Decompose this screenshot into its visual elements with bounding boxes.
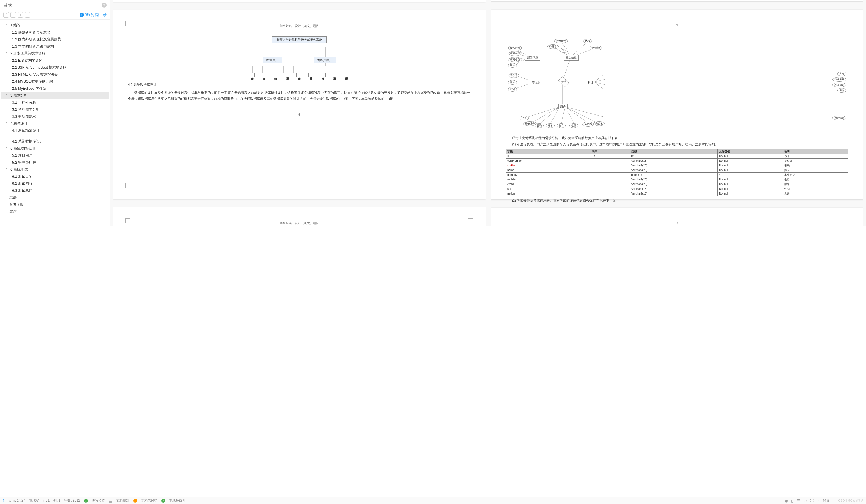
toc-item[interactable]: 2.2 JSP 及 SpringBoot 技术的介绍 (1, 64, 109, 71)
svg-line-24 (571, 41, 589, 57)
toc-item[interactable]: ˅4 总体设计 (1, 120, 109, 127)
dia-leaf: 管理员信息维护 (308, 73, 314, 77)
dia-leaf: 考场信息查询 (273, 73, 278, 77)
sidebar-header: 目录 × (0, 0, 110, 10)
toc-item[interactable]: 2.1 B/S 结构的介绍 (1, 57, 109, 64)
table-row: emailVarchar2(20)Not null邮箱 (506, 182, 848, 187)
dia-root: 新疆大学计算机等级考试报名系统 (272, 36, 327, 43)
toc-item[interactable]: 3.2 功能需求分析 (1, 106, 109, 113)
toc-item[interactable]: 6.1 测试目的 (1, 173, 109, 180)
toc-item[interactable]: 结语 (1, 194, 109, 201)
document-viewport[interactable]: 学生姓名 设计（论文）题目 新疆大学计算机等级考试报名系统 考生用户 管理员用户 (110, 0, 866, 226)
page-number-top: 9 (506, 23, 848, 27)
toc-item[interactable]: 1.2 国内外研究现状及发展趋势 (1, 36, 109, 43)
toc-item[interactable]: ˅2 开发工具及技术介绍 (1, 50, 109, 57)
chevron-down-icon: ˅ (6, 93, 9, 98)
dia-leaf: 个人信息管理 (285, 73, 290, 77)
svg-line-44 (565, 107, 598, 123)
toc-item[interactable]: 1.3 本文的研究思路与结构 (1, 43, 109, 50)
table-row: IDPKintNot null序号 (506, 154, 848, 158)
toc-item-label: 2.1 B/S 结构的介绍 (12, 58, 43, 63)
body-text: (1) 考生信息表。用户注册之后的个人信息会存储在此表中。这个表中的用户ID应设… (506, 142, 848, 147)
db-schema-table: 字段约束类型允许空值说明IDPKintNot null序号cardNumberV… (506, 149, 848, 196)
ai-toc-link[interactable]: ✦ 智能识别目录 (79, 12, 107, 17)
toc-item[interactable]: 6.2 测试内容 (1, 180, 109, 187)
toc-item[interactable]: 4.1 总体功能设计 (1, 127, 109, 134)
toc-item[interactable]: 5.2 管理员用户 (1, 159, 109, 166)
toc-item-label: 3.2 功能需求分析 (12, 107, 40, 111)
table-row: nationVarchar2(15)Not null名族 (506, 191, 848, 196)
toc-item[interactable]: 3.3 非功能需求 (1, 113, 109, 120)
toc-item[interactable]: 4.2 系统数据库设计 (1, 138, 109, 145)
body-text: (2) 考试分类及考试信息表。每次考试的详细信息都会保存在此表中，设 (506, 198, 848, 204)
toc-item-label: 2.5 MyEclipse 的介绍 (12, 86, 46, 90)
expand-up-button[interactable]: ˄ (10, 12, 16, 18)
body-text: 数据库的设计在整个系统的开发过程中是非常重要的，而且一定要在开始编程之前就对数据… (128, 90, 470, 102)
svg-line-43 (565, 107, 589, 123)
toc-item[interactable]: ˅5 系统功能实现 (1, 145, 109, 152)
toc-item-label: 参考文献 (9, 202, 24, 206)
collapse-all-button[interactable]: ˅ (3, 12, 9, 18)
page-number: 8 (128, 113, 470, 116)
table-header: 类型 (630, 149, 718, 154)
dia-connector-top (247, 43, 352, 57)
remove-button[interactable]: − (25, 12, 30, 18)
table-header: 说明 (783, 149, 848, 154)
dia-leaf: 考试信息查询 (249, 73, 255, 77)
chevron-down-icon: ˅ (6, 168, 9, 172)
dia-sub1: 考生用户 (263, 57, 282, 63)
toc-item-label: 2 开发工具及技术介绍 (10, 51, 46, 55)
chevron-down-icon: ˅ (6, 147, 9, 151)
toc-item[interactable]: 5.1 注册用户 (1, 152, 109, 159)
toc-item[interactable]: 3.1 可行性分析 (1, 99, 109, 106)
toc-item-label: 结语 (9, 195, 16, 200)
table-row: nameVarchar2(20)Not null姓名 (506, 168, 848, 172)
table-row: birthdaydatetime√出生日期 (506, 172, 848, 177)
toc-item-label: 2.3 HTML 及 Vue 技术的介绍 (12, 72, 58, 77)
toc-list: ˅1 绪论1.1 课题研究背景及意义1.2 国内外研究现状及发展趋势1.3 本文… (0, 20, 110, 226)
er-entity-course: 科目 (586, 80, 595, 85)
dia-connector-mid (247, 63, 352, 73)
toc-sidebar: 目录 × ˅ ˄ + − ✦ 智能识别目录 ˅1 绪论1.1 课题研究背景及意义… (0, 0, 110, 226)
toc-item-label: 4.2 系统数据库设计 (12, 139, 43, 143)
page-10: 学生姓名 设计（论文）题目 置两张表的目的是可以使用分类表管理考试的分类，使用考… (113, 208, 486, 226)
er-lines (506, 35, 848, 130)
toc-item-label: 6.1 测试目的 (12, 175, 33, 179)
chevron-down-icon: ˅ (6, 122, 9, 126)
toc-item[interactable]: 1.1 课题研究背景及意义 (1, 29, 109, 36)
toc-item-label: 4 总体设计 (10, 121, 28, 125)
toc-item-label: 6.2 测试内容 (12, 181, 33, 186)
toc-item[interactable]: 2.4 MYSQL 数据库的介绍 (1, 78, 109, 85)
toc-item[interactable]: 致谢 (1, 208, 109, 215)
sidebar-toolbar: ˅ ˄ + − ✦ 智能识别目录 (0, 10, 110, 20)
er-entity-user: 用户 (558, 104, 568, 110)
svg-line-45 (565, 107, 605, 117)
toc-item[interactable]: 2.5 MyEclipse 的介绍 (1, 85, 109, 92)
er-entity-regi: 报名信息 (564, 55, 579, 60)
toc-item[interactable]: 6.3 测试总结 (1, 187, 109, 194)
table-header: 字段 (506, 149, 590, 154)
table-header: 约束 (590, 149, 630, 154)
toc-item-label: 5.2 管理员用户 (12, 160, 36, 165)
toc-item-label: 5.1 注册用户 (12, 153, 33, 157)
toc-item-label: 4.1 总体功能设计 (12, 128, 40, 133)
dia-leaf: 报名信息管理 (332, 73, 337, 77)
toc-item[interactable]: ˅6 系统测试 (1, 166, 109, 173)
add-button[interactable]: + (18, 12, 23, 18)
toc-item[interactable]: ˅3 需求分析 (1, 92, 109, 99)
toc-item-label: 2.2 JSP 及 SpringBoot 技术的介绍 (12, 65, 67, 69)
svg-line-39 (539, 107, 559, 125)
toc-item[interactable]: ˅1 绪论 (1, 22, 109, 29)
page-prev-top-r (490, 0, 863, 1)
toc-item-label: 6 系统测试 (10, 167, 28, 171)
page-11: 11 字段约束类型是否为空说明 (490, 208, 863, 226)
toc-item-label: 3 需求分析 (10, 93, 28, 97)
toc-item-label: 3.3 非功能需求 (12, 114, 36, 119)
close-icon[interactable]: × (102, 3, 107, 8)
page-column-left: 学生姓名 设计（论文）题目 新疆大学计算机等级考试报名系统 考生用户 管理员用户 (113, 0, 486, 226)
toc-item[interactable]: 参考文献 (1, 201, 109, 208)
chevron-down-icon: ˅ (6, 52, 9, 56)
app-root: 目录 × ˅ ˄ + − ✦ 智能识别目录 ˅1 绪论1.1 课题研究背景及意义… (0, 0, 866, 226)
toc-item[interactable]: 2.3 HTML 及 Vue 技术的介绍 (1, 71, 109, 78)
toc-item-label: 6.3 测试总结 (12, 189, 33, 193)
